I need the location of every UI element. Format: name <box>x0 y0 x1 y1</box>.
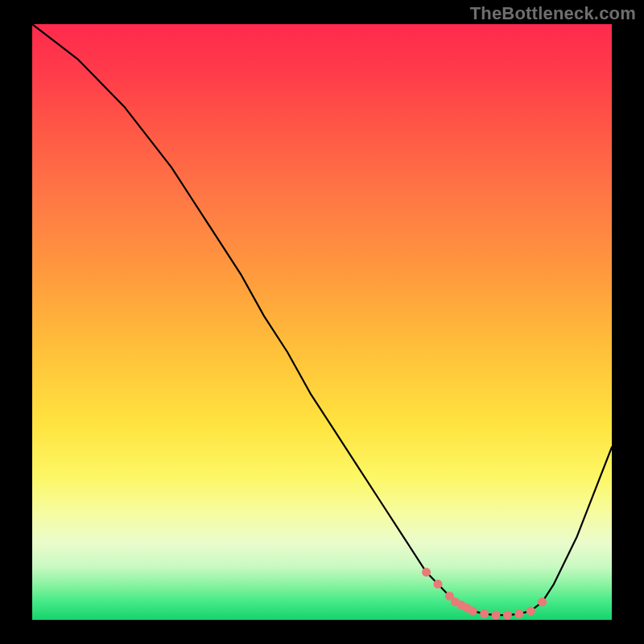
plot-area <box>32 24 612 620</box>
valley-marker <box>538 597 547 606</box>
watermark-text: TheBottleneck.com <box>470 3 636 24</box>
valley-marker <box>514 609 523 618</box>
valley-marker <box>526 606 535 615</box>
bottleneck-curve <box>32 24 612 615</box>
valley-marker <box>469 606 477 615</box>
valley-marker <box>434 580 443 588</box>
valley-marker <box>422 568 431 576</box>
valley-marker <box>492 611 501 620</box>
valley-marker-group <box>422 568 547 619</box>
valley-marker <box>503 611 512 620</box>
valley-marker <box>480 609 489 618</box>
chart-svg <box>32 24 612 620</box>
